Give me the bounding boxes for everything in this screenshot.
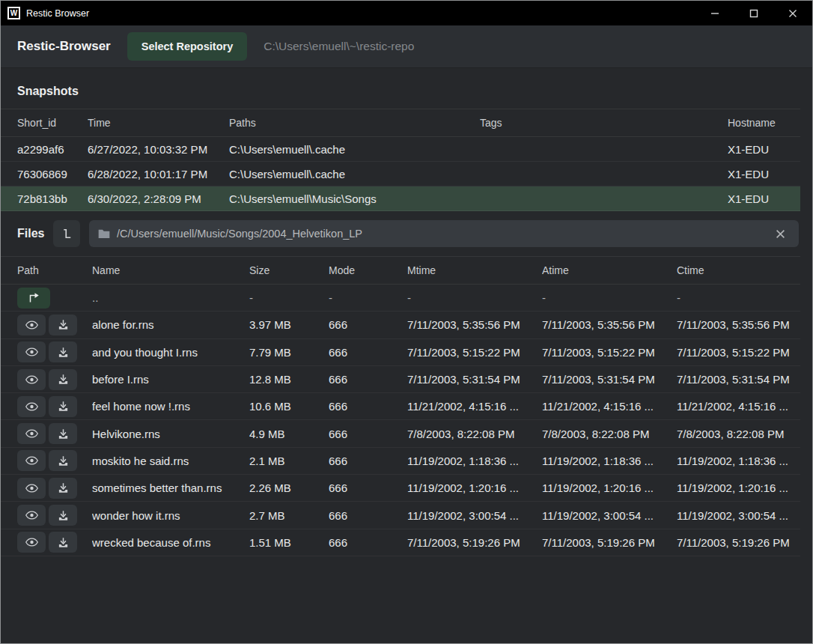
file-path-input[interactable]: /C/Users/emuell/Music/Songs/2004_Helveti…	[89, 220, 799, 247]
file-atime: 11/19/2002, 1:20:16 ...	[542, 482, 677, 494]
snapshot-row[interactable]: 763068696/28/2022, 10:01:17 PMC:\Users\e…	[1, 162, 800, 186]
parent-dir-button[interactable]	[17, 288, 50, 309]
download-button[interactable]	[49, 478, 77, 499]
file-row[interactable]: and you thought I.rns7.79 MB6667/11/2003…	[1, 339, 800, 366]
file-size: 2.26 MB	[249, 482, 329, 494]
file-actions	[17, 478, 92, 499]
preview-button[interactable]	[17, 450, 46, 471]
download-button[interactable]	[49, 396, 77, 417]
file-size: 3.97 MB	[249, 318, 329, 331]
eye-icon	[25, 455, 38, 466]
file-row[interactable]: wrecked because of.rns1.51 MB6667/11/200…	[1, 529, 800, 556]
file-mode: 666	[329, 455, 407, 467]
file-row[interactable]: moskito he said.rns2.1 MB66611/19/2002, …	[1, 448, 800, 475]
file-name: wonder how it.rns	[92, 509, 249, 522]
file-row[interactable]: alone for.rns3.97 MB6667/11/2003, 5:35:5…	[1, 312, 800, 338]
file-mtime: 7/11/2003, 5:31:54 PM	[407, 373, 542, 386]
download-icon	[58, 401, 69, 412]
file-atime: 11/19/2002, 3:00:54 ...	[542, 509, 677, 522]
files-table: PathNameSizeModeMtimeAtimeCtime ..-----a…	[1, 256, 812, 556]
clear-path-button[interactable]	[770, 226, 791, 242]
file-atime: 7/11/2003, 5:19:26 PM	[542, 536, 677, 549]
preview-button[interactable]	[17, 396, 46, 417]
file-atime: 7/11/2003, 5:15:22 PM	[542, 346, 677, 359]
eye-icon	[25, 320, 38, 330]
preview-button[interactable]	[17, 478, 46, 499]
file-row[interactable]: feel home now !.rns10.6 MB66611/21/2002,…	[1, 393, 800, 420]
download-button[interactable]	[49, 505, 77, 526]
file-name: wrecked because of.rns	[92, 536, 249, 549]
file-size: 1.51 MB	[249, 536, 329, 549]
file-mode: 666	[329, 482, 407, 494]
file-ctime: 7/8/2003, 8:22:08 PM	[677, 428, 800, 440]
file-actions	[17, 505, 92, 526]
download-button[interactable]	[49, 450, 77, 471]
download-button[interactable]	[49, 423, 77, 444]
file-name: before I.rns	[92, 373, 249, 386]
file-ctime: 7/11/2003, 5:31:54 PM	[677, 373, 800, 386]
file-name: moskito he said.rns	[92, 455, 249, 467]
titlebar: W Restic Browser	[1, 1, 812, 25]
file-size: 2.1 MB	[249, 455, 329, 467]
file-mtime: -	[407, 291, 542, 304]
file-name: sometimes better than.rns	[92, 482, 249, 494]
close-button[interactable]	[773, 1, 812, 25]
download-button[interactable]	[49, 532, 77, 553]
parent-dir-arrow-icon	[27, 292, 40, 303]
file-size: 2.7 MB	[249, 509, 329, 522]
eye-icon	[25, 374, 38, 385]
file-mode: 666	[329, 373, 407, 386]
preview-button[interactable]	[17, 532, 46, 553]
file-actions	[17, 288, 92, 309]
snapshot-paths: C:\Users\emuell\.cache	[229, 168, 480, 180]
preview-button[interactable]	[17, 505, 46, 526]
select-repository-button[interactable]: Select Repository	[127, 32, 248, 61]
download-icon	[58, 482, 69, 493]
snapshot-row[interactable]: a2299af66/27/2022, 10:03:32 PMC:\Users\e…	[1, 137, 800, 162]
snapshot-time: 6/27/2022, 10:03:32 PM	[88, 143, 229, 156]
parent-dir-row[interactable]: ..-----	[1, 285, 800, 312]
file-actions	[17, 341, 92, 362]
eye-icon	[25, 428, 38, 439]
preview-button[interactable]	[17, 341, 46, 362]
download-button[interactable]	[49, 341, 77, 362]
window-title: Restic Browser	[26, 8, 89, 19]
file-mtime: 11/19/2002, 3:00:54 ...	[407, 509, 542, 522]
file-atime: 7/11/2003, 5:31:54 PM	[542, 373, 677, 386]
file-mode: -	[329, 291, 407, 304]
preview-button[interactable]	[17, 369, 46, 390]
file-mtime: 11/19/2002, 1:20:16 ...	[407, 482, 542, 494]
file-row[interactable]: wonder how it.rns2.7 MB66611/19/2002, 3:…	[1, 502, 800, 529]
file-actions	[17, 423, 92, 444]
snapshot-row[interactable]: 72b813bb6/30/2022, 2:28:09 PMC:\Users\em…	[1, 186, 800, 211]
snapshots-column-header: Hostname	[728, 117, 800, 129]
minimize-button[interactable]	[695, 1, 734, 25]
file-atime: 7/11/2003, 5:35:56 PM	[542, 318, 677, 331]
file-ctime: 7/11/2003, 5:15:22 PM	[677, 346, 800, 359]
download-button[interactable]	[49, 369, 77, 390]
file-mtime: 7/11/2003, 5:15:22 PM	[407, 346, 542, 359]
preview-button[interactable]	[17, 423, 46, 444]
download-icon	[58, 455, 69, 467]
snapshot-short-id: 72b813bb	[17, 192, 88, 205]
file-ctime: 7/11/2003, 5:19:26 PM	[677, 536, 800, 549]
snapshots-header-row: Short_idTimePathsTagsHostname	[1, 109, 800, 137]
file-ctime: 7/11/2003, 5:35:56 PM	[677, 318, 800, 331]
snapshots-column-header: Time	[88, 117, 229, 129]
app-window: W Restic Browser Restic-Browser Select R…	[0, 0, 813, 644]
file-row[interactable]: sometimes better than.rns2.26 MB66611/19…	[1, 475, 800, 502]
eye-icon	[25, 401, 38, 412]
file-row[interactable]: before I.rns12.8 MB6667/11/2003, 5:31:54…	[1, 366, 800, 393]
file-row[interactable]: Helvikone.rns4.9 MB6667/8/2003, 8:22:08 …	[1, 420, 800, 447]
snapshot-paths: C:\Users\emuell\Music\Songs	[229, 192, 480, 205]
preview-button[interactable]	[17, 315, 46, 335]
snapshots-column-header: Short_id	[17, 117, 88, 129]
download-button[interactable]	[49, 315, 77, 335]
file-name: and you thought I.rns	[92, 346, 249, 359]
file-atime: -	[542, 291, 677, 304]
eye-icon	[25, 347, 38, 357]
tree-view-toggle-button[interactable]	[53, 220, 80, 247]
maximize-button[interactable]	[734, 1, 773, 25]
snapshot-hostname: X1-EDU	[728, 168, 800, 180]
file-mtime: 7/8/2003, 8:22:08 PM	[407, 428, 542, 440]
